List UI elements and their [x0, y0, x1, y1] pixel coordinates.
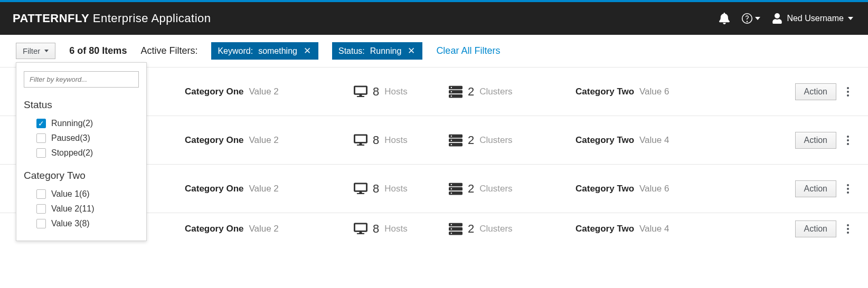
cat2-value: Value 4 [639, 135, 669, 145]
nav-right: Ned Username [719, 13, 853, 24]
col-category-two: Category Two Value 6 [575, 184, 729, 194]
help-menu[interactable] [741, 13, 760, 24]
facet-option-label: Paused(3) [51, 133, 90, 143]
clusters-count: 2 [468, 182, 474, 196]
brand-bold: PATTERNFLY [13, 12, 89, 25]
items-count: 6 of 80 Items [69, 45, 127, 56]
desktop-icon [354, 183, 367, 195]
clusters-count: 2 [468, 222, 474, 236]
username-label: Ned Username [787, 14, 844, 23]
desktop-icon [354, 85, 367, 98]
checkbox-icon [36, 148, 46, 158]
clusters-label: Clusters [479, 87, 512, 97]
checkbox-icon [36, 189, 46, 199]
col-hosts: 8 Hosts [354, 182, 438, 196]
cat2-label: Category Two [575, 87, 634, 97]
cat1-value: Value 2 [249, 135, 278, 145]
checkbox-icon [36, 204, 46, 214]
col-category-one: Category One Value 2 [185, 135, 343, 146]
chip-key: Keyword: [218, 46, 253, 56]
col-category-two: Category Two Value 6 [575, 87, 729, 97]
cat1-value: Value 2 [249, 87, 278, 97]
chevron-down-icon [848, 17, 853, 20]
kebab-menu-icon[interactable] [844, 133, 852, 147]
facet-option-value1[interactable]: Value 1(6) [24, 187, 139, 201]
cat1-label: Category One [185, 87, 243, 97]
notifications-icon[interactable] [719, 13, 730, 24]
col-category-two: Category Two Value 4 [575, 135, 729, 146]
action-button[interactable]: Action [795, 132, 836, 149]
hosts-count: 8 [373, 85, 379, 99]
clusters-label: Clusters [479, 224, 512, 234]
col-clusters: 2 Clusters [449, 85, 565, 99]
clear-all-filters-link[interactable]: Clear All Filters [436, 45, 500, 56]
filter-dropdown-button[interactable]: Filter [16, 43, 55, 59]
clusters-label: Clusters [479, 184, 512, 194]
clusters-label: Clusters [479, 135, 512, 146]
checkbox-icon [36, 219, 46, 228]
cat2-label: Category Two [575, 224, 634, 234]
facet-option-label: Stopped(2) [51, 148, 93, 158]
facet-option-label: Value 3(8) [51, 219, 90, 228]
chip-key: Status: [338, 46, 365, 56]
action-button[interactable]: Action [795, 220, 836, 237]
chevron-down-icon [755, 17, 760, 20]
facet-option-value3[interactable]: Value 3(8) [24, 216, 139, 231]
chip-value: Running [370, 46, 402, 56]
kebab-menu-icon[interactable] [844, 85, 852, 99]
chevron-down-icon [44, 50, 49, 52]
kebab-menu-icon[interactable] [844, 182, 852, 196]
hosts-count: 8 [373, 222, 379, 236]
cat1-value: Value 2 [249, 224, 278, 234]
facet-option-value2[interactable]: Value 2(11) [24, 201, 139, 216]
close-icon[interactable]: ✕ [303, 45, 312, 56]
hosts-label: Hosts [384, 224, 407, 234]
brand: PATTERNFLY Enterprise Application [13, 12, 211, 25]
cat2-value: Value 6 [639, 87, 669, 97]
checkbox-checked-icon: ✓ [36, 119, 46, 128]
desktop-icon [354, 223, 367, 235]
col-category-one: Category One Value 2 [185, 87, 343, 97]
kebab-menu-icon[interactable] [844, 222, 852, 236]
facet-list-cat2: Value 1(6) Value 2(11) Value 3(8) [24, 187, 139, 231]
col-category-one: Category One Value 2 [185, 184, 343, 194]
server-icon [449, 133, 463, 147]
col-category-two: Category Two Value 4 [575, 224, 729, 234]
clusters-count: 2 [468, 85, 474, 99]
col-actions: Action [795, 220, 852, 237]
action-button[interactable]: Action [795, 83, 836, 100]
facet-option-label: Value 1(6) [51, 189, 90, 199]
hosts-label: Hosts [384, 87, 407, 97]
checkbox-icon [36, 133, 46, 143]
toolbar: Filter 6 of 80 Items Active Filters: Key… [0, 35, 868, 67]
cat1-label: Category One [185, 224, 243, 234]
action-button[interactable]: Action [795, 180, 836, 197]
hosts-count: 8 [373, 182, 379, 196]
col-clusters: 2 Clusters [449, 182, 565, 196]
server-icon [449, 85, 463, 99]
cat1-label: Category One [185, 184, 243, 194]
server-icon [449, 182, 463, 196]
col-actions: Action [795, 83, 852, 100]
facet-option-stopped[interactable]: Stopped(2) [24, 146, 139, 160]
cat1-label: Category One [185, 135, 243, 145]
cat1-value: Value 2 [249, 184, 278, 194]
brand-light: Enterprise Application [93, 12, 211, 25]
facet-option-running[interactable]: ✓Running(2) [24, 116, 139, 131]
col-actions: Action [795, 132, 852, 149]
desktop-icon [354, 134, 367, 147]
facet-title-status: Status [24, 99, 139, 111]
cat2-label: Category Two [575, 135, 634, 145]
cat2-value: Value 4 [639, 224, 669, 234]
facet-option-paused[interactable]: Paused(3) [24, 131, 139, 146]
facet-list-status: ✓Running(2) Paused(3) Stopped(2) [24, 116, 139, 160]
col-actions: Action [795, 180, 852, 197]
server-icon [449, 222, 463, 236]
facet-option-label: Value 2(11) [51, 204, 95, 214]
col-hosts: 8 Hosts [354, 85, 438, 99]
filter-keyword-input[interactable] [24, 71, 139, 88]
cat2-value: Value 6 [639, 184, 669, 194]
close-icon[interactable]: ✕ [407, 45, 416, 56]
user-menu[interactable]: Ned Username [772, 13, 853, 24]
col-category-one: Category One Value 2 [185, 224, 343, 234]
